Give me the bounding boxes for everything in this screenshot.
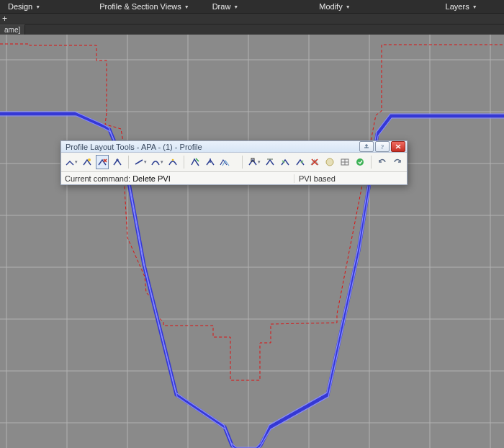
profile-properties-icon[interactable]: [354, 155, 366, 169]
status-mode: PVI based: [294, 174, 407, 183]
svg-point-35: [356, 158, 364, 166]
drawing-tab[interactable]: ame]: [0, 24, 25, 35]
copy-profile-icon[interactable]: [219, 155, 232, 169]
menu-draw[interactable]: Draw▼: [208, 0, 243, 13]
status-bar: Current command: Delete PVI PVI based: [61, 172, 407, 184]
profile-layout-tools-window[interactable]: Profile Layout Tools - APA - (1) - Profi…: [60, 140, 408, 185]
chevron-down-icon: ▾: [144, 159, 147, 165]
delete-entity-icon[interactable]: [309, 155, 322, 169]
help-icon[interactable]: ?: [375, 141, 390, 152]
svg-text:?: ?: [381, 143, 384, 150]
svg-point-20: [88, 158, 91, 161]
draw-tangent-icon[interactable]: ▾: [64, 155, 78, 169]
chevron-down-icon: ▾: [161, 159, 163, 165]
redo-icon[interactable]: [391, 155, 404, 169]
separator: [242, 156, 243, 169]
chevron-down-icon: ▼: [346, 4, 351, 9]
float-curve-icon[interactable]: [166, 155, 179, 169]
menu-bar: Design▼ Profile & Section Views▼ Draw▼ M…: [0, 0, 504, 13]
toolbar: ▾ ▾ ▾ ▾: [61, 153, 407, 172]
pin-icon[interactable]: [359, 141, 374, 152]
undo-icon[interactable]: [376, 155, 389, 169]
move-pvi-icon[interactable]: [111, 155, 124, 169]
edit-best-fit-icon[interactable]: [323, 155, 336, 169]
svg-line-25: [196, 158, 199, 161]
menu-design[interactable]: Design▼: [4, 0, 45, 13]
chevron-down-icon: ▼: [35, 4, 40, 9]
insert-pvi-icon[interactable]: [81, 155, 94, 169]
chevron-down-icon: ▼: [233, 4, 238, 9]
profile-grid-view-icon[interactable]: [338, 155, 351, 169]
raise-lower-pvi-icon[interactable]: [204, 155, 217, 169]
separator: [371, 156, 372, 169]
fixed-curve-icon[interactable]: ▾: [150, 155, 164, 169]
close-icon[interactable]: [391, 141, 405, 152]
plus-icon[interactable]: +: [0, 14, 7, 24]
pvi-station-icon[interactable]: [264, 155, 276, 169]
status-label: Current command: Delete PVI: [61, 174, 171, 183]
menu-layers[interactable]: Layers▼: [441, 0, 482, 13]
separator: [184, 156, 184, 169]
drawing-tab-strip: ame]: [0, 24, 504, 35]
convert-tangent-icon[interactable]: [189, 155, 202, 169]
chevron-down-icon: ▾: [258, 159, 261, 165]
window-titlebar[interactable]: Profile Layout Tools - APA - (1) - Profi…: [61, 141, 407, 153]
chevron-down-icon: ▼: [184, 4, 189, 9]
svg-point-31: [326, 158, 333, 166]
submenu-strip: +: [0, 13, 504, 24]
pvi-grade-in-icon[interactable]: [279, 155, 292, 169]
delete-pvi-icon[interactable]: [96, 155, 109, 169]
svg-line-23: [135, 160, 143, 164]
window-title: Profile Layout Tools - APA - (1) - Profi…: [66, 143, 202, 151]
profile-canvas: [0, 35, 504, 448]
select-pvi-icon[interactable]: ▾: [247, 155, 261, 169]
chevron-down-icon: ▼: [472, 4, 477, 9]
fixed-tangent-icon[interactable]: ▾: [133, 155, 148, 169]
chevron-down-icon: ▾: [75, 159, 78, 165]
profile-viewport[interactable]: Profile Layout Tools - APA - (1) - Profi…: [0, 35, 504, 448]
menu-modify[interactable]: Modify▼: [315, 0, 354, 13]
pvi-grade-out-icon[interactable]: [294, 155, 307, 169]
svg-point-24: [171, 159, 174, 161]
menu-profile-section-views[interactable]: Profile & Section Views▼: [95, 0, 193, 13]
separator: [128, 156, 129, 169]
